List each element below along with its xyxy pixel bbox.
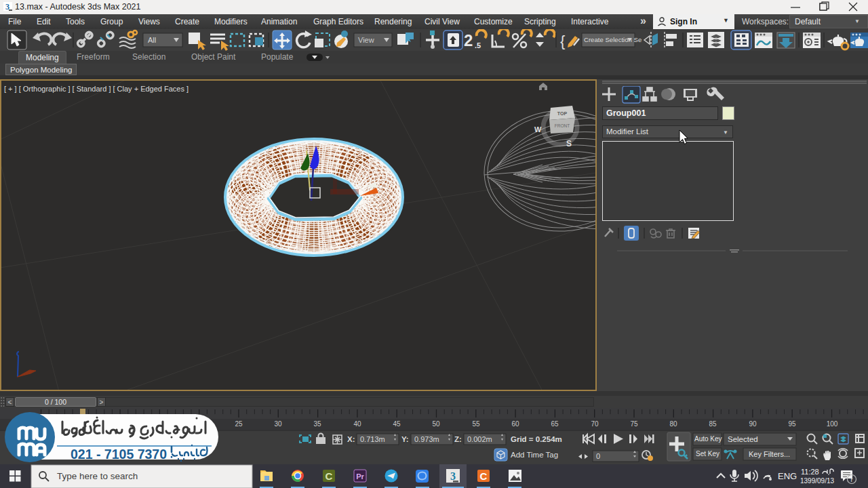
svg-text:Key Filters...: Key Filters...: [749, 450, 790, 458]
svg-text:80: 80: [669, 420, 677, 428]
svg-text:85: 85: [709, 420, 717, 428]
svg-text:0.973m: 0.973m: [414, 435, 439, 443]
svg-text:C: C: [480, 470, 488, 482]
svg-text:50: 50: [432, 420, 440, 428]
svg-text:S: S: [566, 139, 572, 148]
svg-text:W: W: [534, 125, 542, 134]
svg-text:Z:: Z:: [454, 435, 462, 443]
svg-text:Pr: Pr: [356, 472, 364, 481]
svg-text:95: 95: [788, 420, 796, 428]
svg-text:65: 65: [551, 420, 559, 428]
svg-text:Auto Key: Auto Key: [694, 435, 722, 443]
svg-text:Set Key: Set Key: [696, 450, 719, 458]
svg-text:25: 25: [235, 420, 243, 428]
svg-text:Create Selection Se: Create Selection Se: [584, 36, 642, 43]
svg-text:40: 40: [353, 420, 361, 428]
svg-text:90: 90: [749, 420, 757, 428]
svg-text:TOP: TOP: [557, 111, 568, 116]
svg-text:11:28: 11:28: [801, 468, 819, 476]
svg-text:Type here to search: Type here to search: [57, 471, 138, 481]
svg-text:Y:: Y:: [401, 435, 409, 443]
svg-text:60: 60: [511, 420, 519, 428]
svg-text:C: C: [326, 470, 333, 482]
svg-text:55: 55: [472, 420, 480, 428]
svg-text:021 - 7105 7370: 021 - 7105 7370: [71, 447, 167, 462]
svg-text:0.002m: 0.002m: [467, 435, 492, 443]
svg-text:30: 30: [274, 420, 282, 428]
svg-text:0.713m: 0.713m: [360, 435, 385, 443]
svg-text:Add Time Tag: Add Time Tag: [511, 451, 558, 459]
svg-text:45: 45: [393, 420, 401, 428]
svg-text:70: 70: [591, 420, 599, 428]
svg-text:1399/09/13: 1399/09/13: [800, 477, 834, 485]
svg-text:X:: X:: [347, 435, 355, 443]
svg-text:2: 2: [464, 31, 473, 49]
svg-text:0: 0: [596, 452, 600, 460]
svg-text:3: 3: [450, 470, 456, 482]
svg-text:Selected: Selected: [728, 435, 758, 443]
svg-text:r: r: [851, 476, 853, 483]
svg-text:.5: .5: [475, 41, 481, 49]
svg-text:All: All: [148, 36, 156, 44]
svg-text:FRONT: FRONT: [555, 123, 570, 128]
svg-text:[ + ] [ Orthographic ] [ Stand: [ + ] [ Orthographic ] [ Standard ] [ Cl…: [4, 85, 189, 93]
svg-text:View: View: [358, 36, 374, 44]
svg-text:35: 35: [313, 420, 321, 428]
svg-text:Grid = 0.254m: Grid = 0.254m: [511, 435, 562, 443]
svg-text:75: 75: [630, 420, 638, 428]
svg-text:100: 100: [827, 420, 838, 428]
svg-text:{: {: [560, 33, 565, 49]
svg-text:ENG: ENG: [778, 471, 797, 481]
